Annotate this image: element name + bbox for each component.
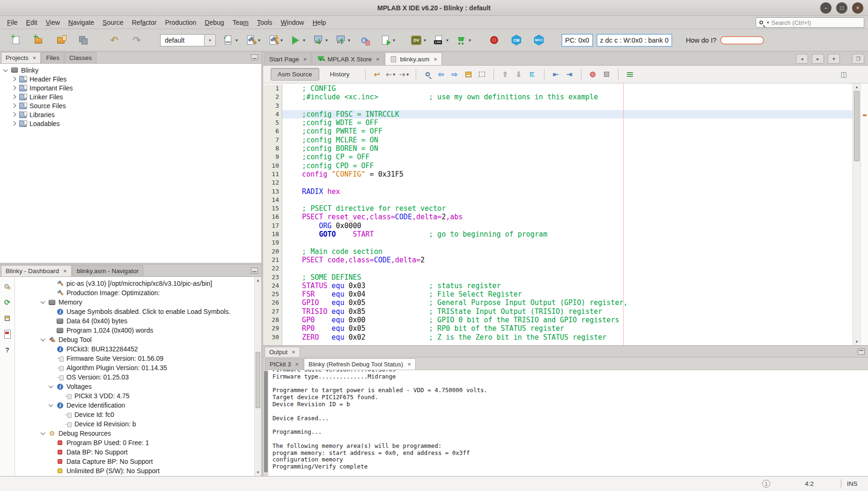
chevron-down-icon[interactable]: ▾	[235, 38, 238, 43]
dashboard-item-data-bp-no-support[interactable]: Data BP: No Support	[15, 447, 261, 457]
chevron-down-icon[interactable]: ▾	[424, 38, 426, 43]
next-bookmark-button[interactable]: ⇩	[514, 69, 524, 80]
content-manager-button[interactable]: CM	[508, 32, 525, 49]
projects-tab-files[interactable]: Files	[41, 52, 64, 63]
menu-window[interactable]: Window	[277, 17, 309, 28]
code-line-30[interactable]: 30 ZERO equ 0x02 ; Z is the Zero bit in …	[263, 333, 868, 342]
chevron-right-icon[interactable]	[12, 112, 16, 117]
new-project-button[interactable]: +	[30, 32, 47, 49]
tree-item-source-files[interactable]: Source Files	[0, 101, 261, 110]
dashboard-item-os-version-01-25-03[interactable]: OS Version: 01.25.03	[15, 372, 261, 382]
log-viewer-button[interactable]: LOG▾	[432, 32, 449, 49]
stop-macro-button[interactable]	[601, 69, 612, 80]
refresh-status-button[interactable]: ⟳	[3, 298, 12, 307]
code-line-18[interactable]: 18 GOTO START ; go to beginning of progr…	[263, 230, 868, 238]
dashboard-item-algorithm-plugin-version-01-14-35[interactable]: Algorithm Plugin Version: 01.14.35	[15, 363, 261, 372]
menu-navigate[interactable]: Navigate	[64, 17, 98, 28]
chevron-down-icon[interactable]	[49, 402, 53, 407]
close-icon[interactable]: ×	[63, 268, 67, 275]
tree-item-linker-files[interactable]: Linker Files	[0, 92, 261, 101]
editor-tab-mplab-x-store[interactable]: MPLAB X Store×	[312, 52, 384, 65]
rect-selection-button[interactable]	[477, 69, 487, 80]
output-tab-blinky-refresh-debug-tool-status[interactable]: Blinky (Refresh Debug Tool Status)×	[304, 358, 416, 370]
code-line-4[interactable]: 4 ;config FOSC = INTRCCLK	[263, 110, 868, 119]
help-button[interactable]: ?	[3, 345, 12, 355]
back-button[interactable]: ⇠▾	[385, 69, 396, 80]
chevron-down-icon[interactable]	[41, 299, 45, 304]
minimize-button[interactable]: –	[820, 2, 831, 14]
menu-tools[interactable]: Tools	[253, 17, 277, 28]
chevron-down-icon[interactable]	[3, 67, 8, 72]
chevron-down-icon[interactable]	[49, 384, 53, 388]
project-properties-button[interactable]: ⚙⚙	[3, 282, 12, 291]
open-project-button[interactable]	[52, 32, 69, 49]
menu-file[interactable]: File	[3, 17, 22, 28]
dashboard-item-device-id-fc0[interactable]: Device Id: fc0	[15, 410, 261, 419]
maximize-editor-button[interactable]: ❐	[852, 54, 864, 64]
tree-item-loadables[interactable]: Loadables	[0, 119, 261, 128]
output-tab[interactable]: Output ×	[265, 347, 300, 357]
code-line-22[interactable]: 22	[263, 264, 868, 273]
scroll-up-icon[interactable]: ▲	[856, 85, 858, 89]
code-line-16[interactable]: 16 PSECT reset_vec,class=CODE,delta=2,ab…	[263, 213, 868, 221]
code-line-3[interactable]: 3	[263, 102, 868, 110]
scroll-tabs-left-button[interactable]: ◂	[796, 54, 808, 64]
last-edit-button[interactable]: ↩	[372, 69, 383, 80]
chevron-right-icon[interactable]	[12, 121, 16, 126]
history-button[interactable]: History	[323, 68, 357, 81]
chevron-right-icon[interactable]	[12, 95, 16, 99]
clean-build-project-button[interactable]: ▾	[266, 32, 283, 49]
read-device-memory-button[interactable]: ↑▾	[334, 32, 351, 49]
tree-item-libraries[interactable]: Libraries	[0, 110, 261, 119]
dashboard-item-data-64-0x40-bytes[interactable]: Data 64 (0x40) bytes	[15, 316, 261, 326]
code-line-2[interactable]: 2 ;#include <xc.inc> ; use my own defini…	[263, 93, 868, 101]
status-register-field[interactable]: z dc c : W:0x0 : bank 0	[596, 34, 672, 47]
menu-team[interactable]: Team	[228, 17, 253, 28]
code-line-15[interactable]: 15 ; PSECT directive for reset vector	[263, 204, 868, 213]
minimize-panel-button[interactable]	[251, 54, 258, 60]
dashboard-tab-blinky-asm-navigator[interactable]: blinky.asm - Navigator	[72, 265, 144, 276]
dashboard-item-firmware-suite-version-01-56-09[interactable]: Firmware Suite Version: 01.56.09	[15, 354, 261, 363]
scroll-down-icon[interactable]: ▼	[856, 340, 858, 344]
scroll-down-icon[interactable]: ▼	[256, 470, 260, 475]
dashboard-scrollbar[interactable]: ▲ ▼	[254, 277, 261, 476]
chevron-down-icon[interactable]: ▾	[303, 38, 305, 43]
breakpoint-window-button[interactable]	[3, 313, 12, 323]
dashboard-item-program-bp-used-0-free-1[interactable]: Program BP Used: 0 Free: 1	[15, 438, 261, 447]
forward-button[interactable]: ⇢▾	[399, 69, 410, 80]
code-line-27[interactable]: 27 TRISIO equ 0x85 ; TRIState Input Outp…	[263, 307, 868, 316]
dashboard-item-pic-as-v3-10-opt-microchip-xc8-v3-10-pic-as-bin[interactable]: pic-as (v3.10) [/opt/microchip/xc8/v3.10…	[15, 279, 261, 288]
editor-scrollbar[interactable]: ▲ ▼	[853, 83, 861, 345]
chevron-down-icon[interactable]: ▾	[325, 38, 328, 43]
close-icon[interactable]: ×	[292, 349, 295, 356]
chevron-down-icon[interactable]: ▾	[446, 38, 449, 43]
code-line-19[interactable]: 19	[263, 238, 868, 247]
undo-button[interactable]: ↶	[106, 32, 123, 49]
new-file-button[interactable]: +	[7, 32, 24, 49]
code-line-25[interactable]: 25 FSR equ 0x04 ; File Select Register	[263, 290, 868, 298]
chevron-down-icon[interactable]: ▾	[393, 38, 395, 43]
mplab-discover-button[interactable]	[485, 32, 502, 49]
minimize-panel-button[interactable]	[251, 268, 258, 274]
maximize-button[interactable]: □	[836, 2, 847, 14]
chevron-down-icon[interactable]	[41, 431, 45, 435]
mplab-store-button[interactable]: ▾	[455, 32, 471, 49]
shift-left-button[interactable]: ⇤	[551, 69, 561, 80]
chevron-down-icon[interactable]	[41, 337, 45, 342]
scroll-up-icon[interactable]: ▲	[256, 278, 260, 283]
search-input[interactable]: ▾ Search (Ctrl+I)	[756, 17, 864, 28]
chevron-down-icon[interactable]: ▾	[348, 38, 350, 43]
editor-tab-start-page[interactable]: Start Page×	[265, 52, 311, 65]
code-line-26[interactable]: 26 GPIO equ 0x05 ; General Purpose Input…	[263, 298, 868, 307]
shift-right-button[interactable]: ⇥	[564, 69, 575, 80]
editor-tab-blinky-asm[interactable]: blinky.asm×	[385, 52, 442, 65]
tree-item-important-files[interactable]: Important Files	[0, 83, 261, 92]
chevron-right-icon[interactable]	[12, 86, 16, 90]
code-line-20[interactable]: 20 ; Main code section	[263, 247, 868, 256]
notifications-icon[interactable]: 1	[762, 480, 770, 488]
chevron-down-icon[interactable]: ▾	[407, 72, 409, 77]
find-previous-button[interactable]: ⇦	[436, 69, 447, 80]
scrollbar-thumb[interactable]	[854, 91, 860, 161]
menu-production[interactable]: Production	[161, 17, 200, 28]
build-project-button[interactable]: ▾	[244, 32, 261, 49]
